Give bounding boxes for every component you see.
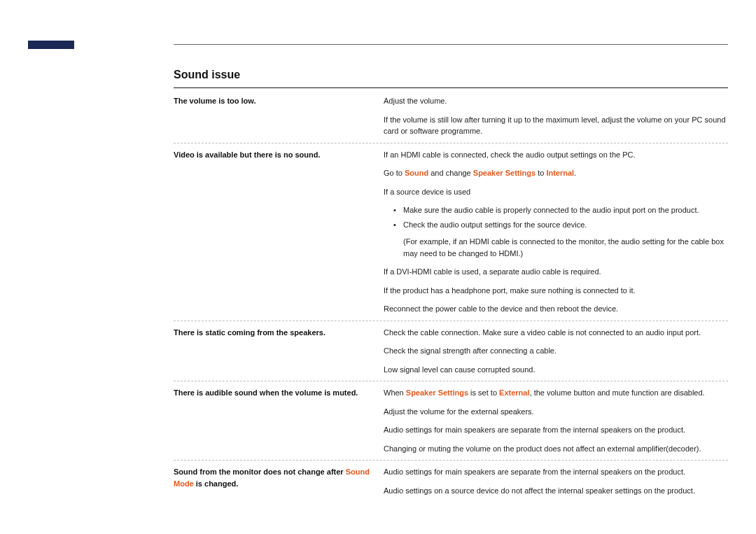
section-title: Sound issue	[174, 66, 728, 83]
solution-text: Audio settings for main speakers are sep…	[384, 424, 728, 436]
issue-label: Video is available but there is no sound…	[174, 149, 384, 315]
solution-text: If the volume is still low after turning…	[384, 114, 728, 137]
accent-term: Sound	[405, 169, 428, 177]
accent-term: Sound Mode	[174, 468, 370, 488]
issue-row: The volume is too low.Adjust the volume.…	[174, 95, 728, 143]
solution-text: Go to Sound and change Speaker Settings …	[384, 167, 728, 179]
accent-term: Speaker Settings	[406, 388, 468, 397]
issue-row: There is audible sound when the volume i…	[174, 387, 728, 461]
solution-text: Low signal level can cause corrupted sou…	[384, 364, 728, 376]
solution-list: Make sure the audio cable is properly co…	[384, 204, 728, 230]
solution-list-item: Check the audio output settings for the …	[384, 219, 728, 231]
issue-solution: Check the cable connection. Make sure a …	[384, 327, 728, 376]
solution-text: If a source device is used	[384, 186, 728, 198]
accent-term: Speaker Settings	[473, 169, 536, 177]
top-rule	[174, 44, 728, 45]
issue-solution: When Speaker Settings is set to External…	[384, 387, 728, 454]
issue-solution: If an HDMI cable is connected, check the…	[384, 149, 728, 315]
solution-text: If the product has a headphone port, mak…	[384, 285, 728, 297]
issue-solution: Audio settings for main speakers are sep…	[384, 466, 728, 496]
content-area: Sound issue The volume is too low.Adjust…	[174, 66, 728, 507]
solution-text: Audio settings for main speakers are sep…	[384, 466, 728, 478]
issue-label: There is static coming from the speakers…	[174, 327, 384, 376]
accent-term: Internal	[546, 169, 574, 177]
issue-row: Sound from the monitor does not change a…	[174, 466, 728, 502]
solution-text: Adjust the volume.	[384, 95, 728, 107]
issue-solution: Adjust the volume.If the volume is still…	[384, 95, 728, 137]
solution-list-item: Make sure the audio cable is properly co…	[384, 204, 728, 216]
solution-text: When Speaker Settings is set to External…	[384, 387, 728, 399]
solution-text: Changing or muting the volume on the pro…	[384, 443, 728, 455]
solution-text: Check the cable connection. Make sure a …	[384, 327, 728, 339]
header-accent-bar	[28, 41, 74, 49]
issue-row: There is static coming from the speakers…	[174, 327, 728, 382]
solution-text: Adjust the volume for the external speak…	[384, 406, 728, 418]
issue-table: The volume is too low.Adjust the volume.…	[174, 95, 728, 502]
accent-term: External	[499, 388, 529, 397]
solution-subnote: (For example, if an HDMI cable is connec…	[384, 236, 728, 259]
issue-row: Video is available but there is no sound…	[174, 149, 728, 321]
solution-text: If an HDMI cable is connected, check the…	[384, 149, 728, 161]
issue-label: There is audible sound when the volume i…	[174, 387, 384, 454]
solution-text: Reconnect the power cable to the device …	[384, 303, 728, 315]
solution-text: Check the signal strength after connecti…	[384, 345, 728, 357]
issue-label: Sound from the monitor does not change a…	[174, 466, 384, 496]
solution-text: If a DVI-HDMI cable is used, a separate …	[384, 266, 728, 278]
issue-label: The volume is too low.	[174, 95, 384, 137]
solution-text: Audio settings on a source device do not…	[384, 485, 728, 497]
section-rule	[174, 87, 728, 88]
